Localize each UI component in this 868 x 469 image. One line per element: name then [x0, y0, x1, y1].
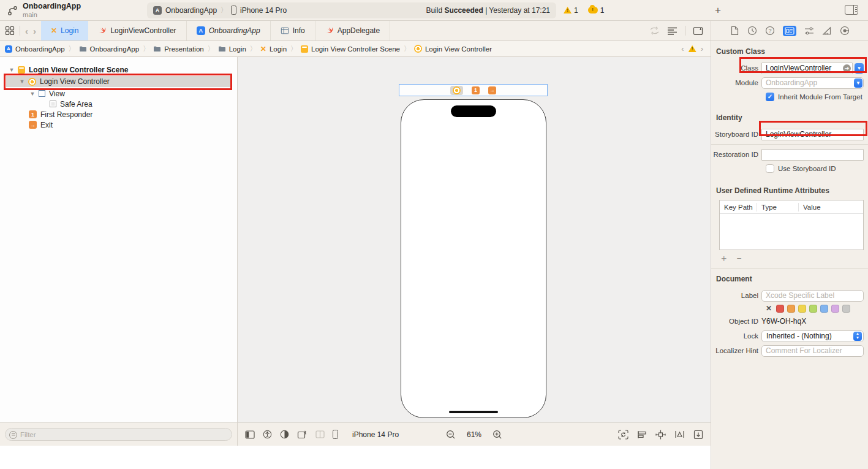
first-responder-icon[interactable]: 1: [472, 86, 480, 94]
breadcrumb-item[interactable]: Login: [218, 45, 246, 53]
forward-button[interactable]: ›: [33, 26, 36, 36]
size-inspector-icon[interactable]: [822, 26, 832, 36]
warning-triangle-icon[interactable]: [689, 45, 696, 52]
tab-onboardingapp[interactable]: A OnboardingApp: [187, 21, 271, 40]
inherit-module-checkbox[interactable]: ✓: [766, 93, 774, 101]
orientation-icon[interactable]: [297, 430, 308, 439]
attributes-inspector-icon[interactable]: [804, 26, 814, 36]
module-input[interactable]: [761, 77, 864, 89]
disclosure-triangle-icon[interactable]: ▼: [29, 91, 36, 97]
swift-icon: [98, 26, 107, 35]
connections-inspector-icon[interactable]: [840, 26, 850, 36]
zoom-in-icon[interactable]: [492, 430, 502, 440]
outline-row-first-responder[interactable]: 1 First Responder: [0, 109, 237, 120]
restoration-id-input[interactable]: [761, 149, 864, 161]
color-swatch-blue[interactable]: [820, 305, 828, 313]
color-swatch-green[interactable]: [809, 305, 817, 313]
color-swatch-red[interactable]: [776, 305, 784, 313]
tab-info[interactable]: Info: [271, 21, 315, 40]
color-swatch-orange[interactable]: [787, 305, 795, 313]
next-issue-button[interactable]: ›: [701, 44, 703, 53]
filter-input[interactable]: [6, 429, 232, 440]
outline-row-safe-area[interactable]: Safe Area: [0, 99, 237, 109]
sidebar-toggle-icon[interactable]: [245, 430, 255, 439]
label-row: Label: [711, 289, 864, 302]
add-editor-icon[interactable]: [693, 26, 703, 36]
swift-icon: [325, 26, 334, 35]
resolve-autolayout-icon[interactable]: [674, 430, 685, 439]
tab-overview-icon[interactable]: [5, 26, 15, 36]
zoom-out-icon[interactable]: [446, 430, 456, 440]
runtime-attributes-table[interactable]: Key Path Type Value: [719, 200, 864, 250]
scheme-app-name[interactable]: OnboardingApp: [165, 6, 217, 15]
embed-icon[interactable]: [693, 430, 703, 440]
tab-login[interactable]: ✕ Login: [41, 21, 88, 40]
add-attribute-button[interactable]: ＋: [719, 253, 728, 264]
color-swatch-purple[interactable]: [831, 305, 839, 313]
outline-row-view[interactable]: ▼ View: [0, 88, 237, 99]
color-swatch-yellow[interactable]: [798, 305, 806, 313]
scheme-selector[interactable]: A OnboardingApp 〉 iPhone 14 Pro Build Su…: [147, 2, 556, 18]
editor-tab-bar: ‹ › ✕ Login LoginViewController A Onboar…: [0, 21, 711, 41]
disclosure-triangle-icon[interactable]: ▼: [19, 78, 25, 85]
back-button[interactable]: ‹: [25, 26, 28, 36]
restoration-id-label: Restoration ID: [711, 151, 761, 158]
breadcrumb-item[interactable]: Login View Controller Scene: [301, 45, 400, 53]
column-header-keypath[interactable]: Key Path: [720, 204, 757, 211]
outline-row-view-controller[interactable]: ▼ Login View Controller: [0, 75, 237, 88]
build-status[interactable]: Build Succeeded | Yesterday at 17:21: [426, 6, 550, 15]
add-tab-button[interactable]: +: [715, 4, 721, 17]
add-constraints-icon[interactable]: [655, 430, 666, 440]
update-frames-icon[interactable]: [618, 430, 628, 440]
breadcrumb-item[interactable]: Presentation: [153, 45, 204, 53]
lock-select[interactable]: Inherited - (Nothing) ▲▼: [761, 330, 864, 342]
exit-icon[interactable]: →: [488, 86, 496, 94]
dock-view-controller-selected[interactable]: [450, 86, 463, 95]
stepper-icon[interactable]: ▲▼: [853, 332, 862, 341]
device-label[interactable]: iPhone 14 Pro: [352, 430, 399, 439]
use-storyboard-checkbox[interactable]: [766, 164, 774, 173]
scheme-device-name[interactable]: iPhone 14 Pro: [240, 6, 287, 15]
jump-to-class-icon[interactable]: ➔: [843, 64, 851, 72]
breadcrumb-item[interactable]: Login View Controller: [414, 45, 492, 53]
zoom-level[interactable]: 61%: [467, 430, 481, 439]
class-input[interactable]: [761, 63, 853, 74]
file-inspector-icon[interactable]: [730, 26, 739, 36]
lock-label: Lock: [711, 332, 761, 340]
appearance-icon[interactable]: [280, 430, 289, 439]
tab-loginviewcontroller[interactable]: LoginViewController: [88, 21, 186, 40]
outline-row-exit[interactable]: → Exit: [0, 120, 237, 130]
editor-options-icon[interactable]: [667, 26, 677, 35]
outline-filter-bar: [0, 422, 237, 446]
identity-inspector-icon[interactable]: [783, 26, 796, 36]
warning-badge[interactable]: 1: [564, 6, 578, 15]
tab-appdelegate[interactable]: AppDelegate: [315, 21, 390, 40]
previous-issue-button[interactable]: ‹: [681, 44, 684, 53]
remove-attribute-button[interactable]: －: [734, 253, 744, 264]
runtime-issue-badge[interactable]: 1: [588, 6, 605, 15]
breadcrumb-item[interactable]: ✕ Login: [260, 45, 287, 53]
code-review-icon[interactable]: [649, 26, 660, 35]
color-swatch-gray[interactable]: [842, 305, 850, 313]
storyboard-id-input[interactable]: [761, 129, 864, 140]
align-icon[interactable]: [637, 430, 647, 439]
accessibility-icon[interactable]: [263, 430, 272, 439]
iphone-canvas-frame[interactable]: [401, 99, 546, 418]
outline-row-scene[interactable]: ▼ Login View Controller Scene: [0, 64, 237, 75]
localizer-hint-input[interactable]: [761, 345, 864, 357]
dynamic-island: [451, 105, 496, 117]
xcode-label-input[interactable]: [761, 290, 864, 302]
breadcrumb-item[interactable]: A OnboardingApp: [5, 45, 65, 53]
inspector-panel-toggle-icon[interactable]: [845, 5, 858, 15]
module-dropdown-button[interactable]: ▼: [854, 78, 862, 88]
storyboard-canvas[interactable]: 1 →: [238, 57, 711, 422]
breadcrumb-item[interactable]: OnboardingApp: [79, 45, 140, 53]
disclosure-triangle-icon[interactable]: ▼: [9, 67, 15, 73]
class-dropdown-button[interactable]: ▼: [855, 63, 864, 74]
device-icon[interactable]: [333, 430, 338, 439]
column-header-type[interactable]: Type: [757, 203, 798, 212]
column-header-value[interactable]: Value: [798, 203, 863, 212]
clear-color-button[interactable]: ✕: [766, 304, 772, 313]
history-inspector-icon[interactable]: [747, 26, 757, 36]
quick-help-inspector-icon[interactable]: ?: [765, 26, 775, 36]
